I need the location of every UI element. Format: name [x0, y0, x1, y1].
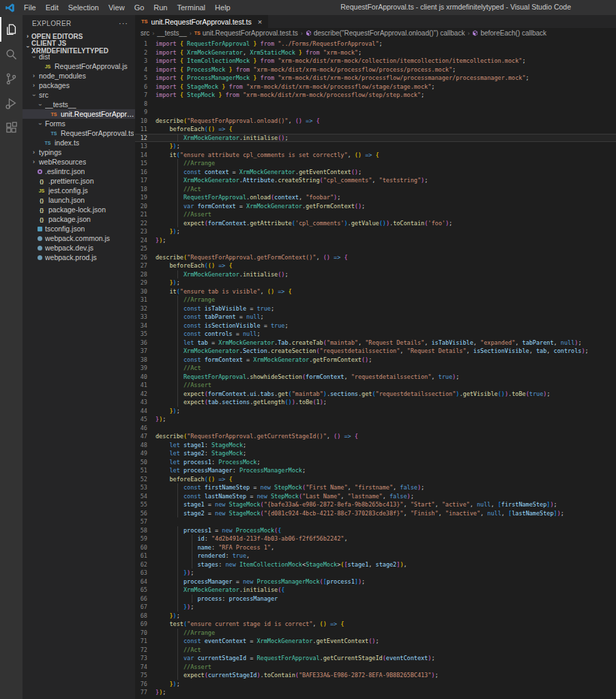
code-line[interactable]: 48 let stage1: StageMock; [135, 441, 616, 450]
code-line[interactable]: 53 const firstNameStep = new StepMock("F… [135, 483, 616, 492]
breadcrumb-item[interactable]: describe("RequestForApproval.onload()") … [306, 29, 465, 37]
breadcrumb-item[interactable]: __tests__ [157, 29, 186, 37]
code-line[interactable]: 20 var formContext = XrmMockGenerator.ge… [135, 202, 616, 211]
code-line[interactable]: 39 //Act [135, 364, 616, 373]
code-line[interactable]: 40 RequestForApproval.showhideSection(fo… [135, 373, 616, 382]
code-line[interactable]: 52 beforeEach(() => { [135, 475, 616, 484]
code-line[interactable]: 10describe("RequestForApproval.onload()"… [135, 117, 616, 126]
menu-go[interactable]: Go [130, 2, 149, 13]
tree-item-__tests__[interactable]: ›__tests__ [23, 100, 135, 109]
explorer-icon[interactable] [0, 17, 23, 42]
menu-selection[interactable]: Selection [63, 2, 104, 13]
code-line[interactable]: 55 stage1 = new StageMock("{bafe33a&-e98… [135, 500, 616, 509]
code-line[interactable]: 67 }); [135, 603, 616, 612]
code-line[interactable]: 76 }); [135, 680, 616, 689]
code-line[interactable]: 13 }); [135, 142, 616, 151]
tree-item-typings[interactable]: ›typings [23, 147, 135, 157]
code-line[interactable]: 16 const context = XrmMockGenerator.getE… [135, 168, 616, 177]
tree-item-RequestForApproval.ts[interactable]: TSRequestForApproval.ts [23, 128, 135, 138]
code-line[interactable]: 2import { XrmMockGenerator, XrmStaticMoc… [135, 48, 616, 57]
code-line[interactable]: 58 process1 = new ProcessMock({ [135, 526, 616, 535]
breadcrumb-item[interactable]: beforeEach() callback [472, 29, 546, 37]
menu-run[interactable]: Run [149, 2, 172, 13]
code-line[interactable]: 68 }); [135, 612, 616, 620]
tree-item-package.json[interactable]: {}package.json [23, 214, 135, 224]
code-line[interactable]: 28 XrmMockGenerator.initialise(); [135, 270, 616, 279]
code-line[interactable]: 32 const isTabVisible = true; [135, 304, 616, 313]
code-line[interactable]: 41 //Assert [135, 381, 616, 390]
code-line[interactable]: 66 process: processManager [135, 595, 616, 603]
code-line[interactable]: 27 beforeEach(() => { [135, 261, 616, 270]
code-line[interactable]: 59 id: "4d2b491d-213f-4b03-ab06-f2f6f56b… [135, 534, 616, 543]
code-line[interactable]: 37 XrmMockGenerator.Section.createSectio… [135, 347, 616, 356]
menu-view[interactable]: View [104, 2, 130, 13]
code-line[interactable]: 24}); [135, 236, 616, 245]
code-line[interactable]: 9 [135, 108, 616, 117]
code-line[interactable]: 77}); [135, 688, 616, 697]
source-control-icon[interactable] [0, 66, 23, 91]
tree-item-webpack.common.js[interactable]: webpack.common.js [23, 233, 135, 243]
code-line[interactable]: 12 XrmMockGenerator.initialise(); [135, 134, 616, 143]
code-line[interactable]: 1import { RequestForApproval } from "../… [135, 40, 616, 48]
code-line[interactable]: 50 let process1: ProcessMock; [135, 458, 616, 467]
code-line[interactable]: 3import { ItemCollectionMock } from "xrm… [135, 57, 616, 66]
code-line[interactable]: 23 }); [135, 227, 616, 236]
code-line[interactable]: 45}); [135, 415, 616, 424]
tab-unit-test-file[interactable]: TS unit.RequestForApproval.test.ts × [135, 15, 268, 28]
explorer-more-actions-icon[interactable]: ··· [119, 19, 128, 27]
menu-help[interactable]: Help [210, 2, 235, 13]
code-line[interactable]: 44 }); [135, 407, 616, 416]
code-line[interactable]: 70 //Arrange [135, 629, 616, 638]
tree-item-Forms[interactable]: ›Forms [23, 119, 135, 128]
tree-item-src[interactable]: ›src [23, 90, 135, 100]
code-line[interactable]: 57 [135, 517, 616, 526]
tree-item-index.ts[interactable]: TSindex.ts [23, 138, 135, 147]
code-line[interactable]: 22 expect(formContext.getAttribute('cpl_… [135, 219, 616, 228]
run-debug-icon[interactable] [0, 91, 23, 115]
tree-item-packages[interactable]: ›packages [23, 81, 135, 90]
menu-edit[interactable]: Edit [41, 2, 63, 13]
code-line[interactable]: 60 name: "RFA Process 1", [135, 543, 616, 552]
code-line[interactable]: 34 const isSectionVisible = true; [135, 322, 616, 330]
tree-item-node_modules[interactable]: ›node_modules [23, 71, 135, 81]
code-line[interactable]: 19 RequestForApproval.onload(context, "f… [135, 193, 616, 202]
breadcrumb-item[interactable]: TSunit.RequestForApproval.test.ts [194, 29, 298, 37]
code-line[interactable]: 71 const eventContext = XrmMockGenerator… [135, 637, 616, 646]
menu-terminal[interactable]: Terminal [173, 2, 211, 13]
code-line[interactable]: 38 const formContext = XrmMockGenerator.… [135, 356, 616, 365]
code-line[interactable]: 5import { ProcessManagerMock } from "xrm… [135, 74, 616, 83]
tree-item-tsconfig.json[interactable]: tsconfig.json [23, 224, 135, 233]
code-line[interactable]: 6import { StageMock } from "xrm-mock/dis… [135, 83, 616, 91]
code-line[interactable]: 17 XrmMockGenerator.Attribute.createStri… [135, 176, 616, 185]
code-line[interactable]: 74 //Assert [135, 663, 616, 672]
code-line[interactable]: 75 expect(currentStageId).toContain("BAF… [135, 671, 616, 680]
tree-item-webResources[interactable]: ›webResources [23, 157, 135, 167]
code-line[interactable]: 69 test("ensure current stage id is corr… [135, 620, 616, 629]
code-line[interactable]: 46 [135, 424, 616, 433]
code-line[interactable]: 26describe("RequestForApproval.getFormCo… [135, 253, 616, 262]
code-line[interactable]: 35 const controls = null; [135, 330, 616, 339]
search-icon[interactable] [0, 42, 23, 66]
code-line[interactable]: 65 XrmMockGenerator.initialise({ [135, 586, 616, 595]
section-project-root[interactable]: › CLIENT JS XRMDEFINITELYTYPED [23, 42, 135, 52]
breadcrumb-item[interactable]: src [141, 29, 149, 37]
code-line[interactable]: 7import { StepMock } from "xrm-mock/dist… [135, 91, 616, 100]
close-icon[interactable]: × [258, 18, 262, 26]
code-line[interactable]: 30 it("ensure tab is visible", () => { [135, 287, 616, 296]
code-editor[interactable]: 1import { RequestForApproval } from "../… [135, 38, 616, 699]
code-line[interactable]: 42 expect(formContext.ui.tabs.get("maint… [135, 390, 616, 399]
code-line[interactable]: 31 //Arrange [135, 296, 616, 304]
tree-item-.prettierrc.json[interactable]: {}.prettierrc.json [23, 176, 135, 186]
code-line[interactable]: 33 const tabParent = null; [135, 313, 616, 322]
tree-item-webpack.prod.js[interactable]: webpack.prod.js [23, 253, 135, 262]
code-line[interactable]: 43 expect(tab.sections.getLength()).toBe… [135, 398, 616, 407]
code-line[interactable]: 18 //Act [135, 185, 616, 194]
code-line[interactable]: 62 stages: new ItemCollectionMock<StageM… [135, 560, 616, 569]
menu-file[interactable]: File [19, 2, 41, 13]
code-line[interactable]: 11 beforeEach(() => { [135, 125, 616, 134]
tree-item-RequestForApproval.js[interactable]: JSRequestForApproval.js [23, 61, 135, 71]
tree-item-launch.json[interactable]: {}launch.json [23, 195, 135, 205]
code-line[interactable]: 47describe("RequestForApproval.getCurren… [135, 432, 616, 441]
code-line[interactable]: 29 }); [135, 279, 616, 287]
extensions-icon[interactable] [0, 115, 23, 140]
